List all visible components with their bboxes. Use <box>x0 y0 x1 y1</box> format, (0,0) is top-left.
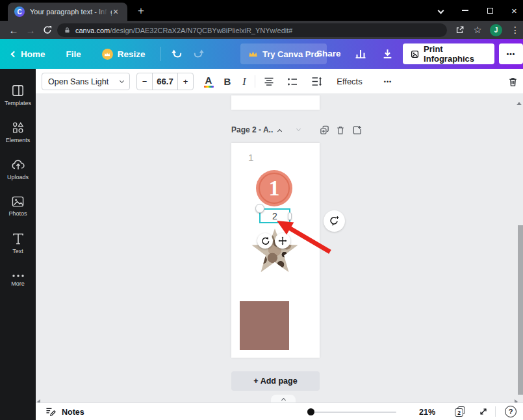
resize-label: Resize <box>118 49 146 59</box>
application-window: C Your paragraph text - Infographi × + ×… <box>0 0 523 420</box>
move-page-up-button[interactable] <box>274 124 285 136</box>
back-button[interactable]: ← <box>5 21 22 39</box>
page-1-bottom-edge[interactable] <box>231 95 320 110</box>
duplicate-page-button[interactable] <box>318 124 330 136</box>
page-2[interactable]: 1 1 2 <box>231 143 320 358</box>
object-panel-sidebar: Templates Elements Uploads Photos Text M… <box>0 69 36 420</box>
sidebar-item-text[interactable]: Text <box>0 225 36 262</box>
text-align-button[interactable] <box>259 69 279 94</box>
bar-chart-icon <box>355 48 366 59</box>
file-label: File <box>66 49 81 59</box>
window-close-button[interactable]: × <box>505 0 523 21</box>
crown-icon <box>102 49 113 60</box>
notes-button[interactable] <box>44 403 58 420</box>
tab-close-icon[interactable]: × <box>113 7 118 16</box>
brown-square-element[interactable] <box>240 301 289 350</box>
zoom-level[interactable]: 21% <box>419 408 435 417</box>
address-bar[interactable]: canva.com/design/DAE32CRaX2A/N7QCBYw8iPl… <box>57 23 447 37</box>
crown-icon <box>248 50 258 58</box>
scroll-up-arrow[interactable] <box>517 96 522 108</box>
add-page-button[interactable]: + Add page <box>231 371 320 391</box>
help-button[interactable]: ? <box>502 403 519 420</box>
font-name: Open Sans Light <box>48 77 108 86</box>
delete-page-button[interactable] <box>335 124 346 136</box>
add-comment-button[interactable] <box>324 210 345 232</box>
lock-icon <box>64 26 71 34</box>
browser-titlebar: C Your paragraph text - Infographi × + × <box>0 0 523 21</box>
side-resize-handle[interactable] <box>288 212 292 220</box>
sidebar-item-uploads[interactable]: Uploads <box>0 151 36 188</box>
print-infographics-button[interactable]: Print Infographics <box>403 43 494 64</box>
scroll-left-arrow[interactable] <box>37 395 40 402</box>
trash-icon <box>508 77 518 87</box>
download-button[interactable] <box>382 48 393 59</box>
browser-navbar: ← → canva.com/design/DAE32CRaX2A/N7QCBYw… <box>0 21 523 39</box>
scroll-right-arrow[interactable] <box>515 395 518 402</box>
try-canva-pro-button[interactable]: Try Canva Pro <box>240 43 327 64</box>
font-size-increase-button[interactable]: + <box>177 73 193 90</box>
zoom-slider-track[interactable] <box>310 412 396 413</box>
notes-icon <box>45 407 57 417</box>
font-size-value[interactable]: 66.7 <box>153 73 177 90</box>
undo-button[interactable] <box>171 49 183 59</box>
reload-button[interactable] <box>39 21 56 39</box>
redo-button[interactable] <box>193 49 205 59</box>
file-menu-button[interactable]: File <box>66 49 81 59</box>
italic-button[interactable]: I <box>236 69 253 94</box>
page-number-text[interactable]: 1 <box>248 152 253 163</box>
window-maximize-button[interactable] <box>481 0 499 21</box>
sidebar-item-photos[interactable]: Photos <box>0 188 36 225</box>
page-2-label[interactable]: Page 2 - A.. <box>231 125 273 134</box>
window-minimize-button[interactable] <box>456 0 474 21</box>
star-photo-element[interactable] <box>251 229 299 276</box>
profile-avatar[interactable]: J <box>490 24 502 36</box>
add-page-icon-button[interactable] <box>351 124 363 136</box>
new-tab-button[interactable]: + <box>134 4 148 18</box>
status-bar: Notes 21% 2 ? <box>36 402 523 420</box>
resize-button[interactable]: Resize <box>102 49 146 60</box>
current-page-number: 2 <box>455 408 463 417</box>
number-badge-graphic[interactable]: 1 <box>256 170 292 206</box>
download-icon <box>382 48 393 59</box>
bullet-list-icon <box>287 77 298 86</box>
rotate-handle[interactable] <box>257 233 273 249</box>
notes-label[interactable]: Notes <box>62 408 84 417</box>
selected-text-box[interactable]: 2 <box>259 208 290 223</box>
sidebar-item-label: Uploads <box>7 174 29 180</box>
design-canvas[interactable]: Page 2 - A.. 1 1 2 <box>36 94 523 402</box>
move-page-down-button[interactable] <box>292 124 304 136</box>
page-indicator-button[interactable]: 2 <box>455 406 466 417</box>
delete-button[interactable] <box>502 69 523 94</box>
badge-number: 1 <box>269 176 280 201</box>
zoom-slider-handle[interactable] <box>307 408 314 415</box>
fullscreen-button[interactable] <box>476 403 491 420</box>
text-color-button[interactable]: A <box>199 69 218 94</box>
forward-button[interactable]: → <box>22 21 39 39</box>
sidebar-item-templates[interactable]: Templates <box>0 77 36 114</box>
browser-menu-icon[interactable]: ⋮ <box>508 21 522 39</box>
bookmark-star-icon[interactable]: ☆ <box>469 21 486 39</box>
corner-resize-handle[interactable] <box>255 204 264 213</box>
home-button[interactable]: Home <box>12 49 45 59</box>
collapse-panel-notch[interactable] <box>271 395 296 402</box>
sidebar-item-elements[interactable]: Elements <box>0 114 36 151</box>
print-label: Print Infographics <box>424 44 487 64</box>
line-spacing-button[interactable] <box>307 69 326 94</box>
browser-tab[interactable]: C Your paragraph text - Infographi × <box>8 3 127 21</box>
font-size-decrease-button[interactable]: − <box>137 73 153 90</box>
font-family-select[interactable]: Open Sans Light <box>42 73 130 90</box>
sidebar-item-more[interactable]: More <box>0 262 36 299</box>
print-image-icon <box>411 49 419 59</box>
move-handle[interactable] <box>275 233 290 249</box>
share-button[interactable]: Share <box>316 49 341 58</box>
header-more-button[interactable]: ••• <box>499 43 523 64</box>
window-menu-chevron-icon[interactable] <box>431 0 450 21</box>
effects-button[interactable]: Effects <box>333 69 366 94</box>
sidebar-item-label: Text <box>12 248 23 254</box>
insights-button[interactable] <box>355 48 366 59</box>
toolbar-more-button[interactable]: ••• <box>377 69 399 94</box>
share-page-icon[interactable] <box>451 21 468 39</box>
vertical-scrollbar-thumb[interactable] <box>518 225 523 395</box>
bullet-list-button[interactable] <box>283 69 302 94</box>
bold-button[interactable]: B <box>219 69 236 94</box>
